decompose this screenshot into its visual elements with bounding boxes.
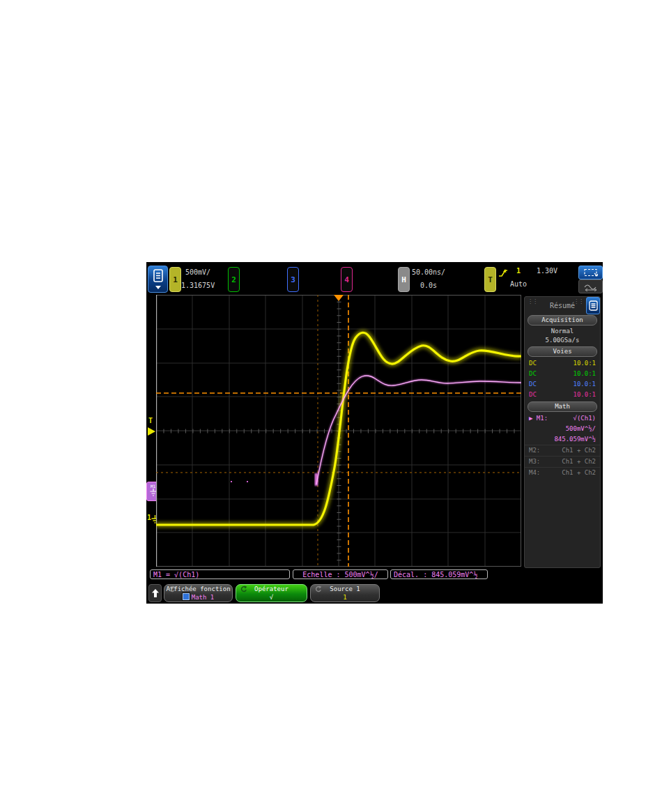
- summary-menu-button[interactable]: [586, 297, 600, 314]
- math4-row[interactable]: M4: Ch1 + Ch2: [525, 467, 600, 478]
- softkey-source[interactable]: Source 1 1: [310, 584, 380, 602]
- back-up-button[interactable]: [148, 584, 162, 602]
- softkey-operateur[interactable]: Opérateur √: [236, 584, 307, 602]
- channel-1-scale: 500mV/: [181, 267, 215, 277]
- softkey-source-title: Source 1: [330, 585, 360, 592]
- math-scale-box[interactable]: Echelle : 500mV^½/: [293, 569, 388, 579]
- acquisition-section-button[interactable]: Acquisition: [528, 315, 597, 325]
- math3-row[interactable]: M3: Ch1 + Ch2: [525, 456, 600, 467]
- acquisition-mode: Normal: [525, 327, 600, 336]
- horizontal-readout[interactable]: 50.00ns/ 0.0s: [411, 267, 446, 291]
- waveform-display[interactable]: [156, 295, 521, 567]
- math4-label: M4:: [529, 468, 540, 478]
- ch1-probe-ratio: 10.0:1: [573, 358, 596, 369]
- softkey-operateur-value: √: [236, 593, 307, 602]
- menu-icon: [589, 300, 598, 311]
- softkey-source-value: 1: [311, 593, 379, 602]
- math-section-button[interactable]: Math: [528, 401, 597, 412]
- channel-2-button[interactable]: 2: [228, 267, 240, 292]
- math3-function: Ch1 + Ch2: [562, 457, 596, 467]
- zoom-region-button[interactable]: [578, 266, 603, 279]
- page: 1 500mV/ 1.31675V 2 3 4 H 50.00ns/ 0.0s …: [0, 0, 662, 812]
- trigger-level-marker[interactable]: [148, 427, 155, 436]
- trigger-level-label: T: [148, 417, 153, 424]
- cycle-arrow-icon: [169, 585, 176, 592]
- summary-header: ⋮⋮ Résumé ⋮⋮: [525, 297, 600, 314]
- ch3-coupling: DC: [529, 379, 537, 390]
- ground-icon: [150, 489, 157, 496]
- channel-1-offset: 1.31675V: [181, 280, 215, 291]
- channel-1-readout[interactable]: 500mV/ 1.31675V: [181, 267, 215, 291]
- sample-rate: 5.00GSa/s: [525, 336, 600, 345]
- trigger-source: 1: [514, 267, 523, 275]
- channel-4-button[interactable]: 4: [341, 267, 353, 292]
- ch2-probe-ratio: 10.0:1: [573, 369, 596, 379]
- cycle-arrow-icon: [240, 585, 247, 592]
- up-arrow-icon: [151, 589, 160, 598]
- summary-panel: ⋮⋮ Résumé ⋮⋮ Acquisition Normal 5.00GSa/…: [524, 296, 601, 568]
- math4-function: Ch1 + Ch2: [562, 468, 596, 478]
- math1-label: ▶ M1:: [529, 413, 548, 424]
- softkey-fonction-title: Affichée fonction: [166, 585, 230, 592]
- cycle-arrow-icon: [315, 585, 322, 592]
- ch3-probe-ratio: 10.0:1: [573, 379, 596, 390]
- main-menu-button[interactable]: [148, 266, 168, 293]
- softkey-fonction[interactable]: Affichée fonction Math 1: [164, 584, 233, 602]
- math1-function: √(Ch1): [573, 413, 596, 424]
- grip-icon: ⋮⋮: [574, 300, 583, 303]
- waveform-arrows-icon: [583, 282, 599, 291]
- trigger-level: 1.30V: [537, 267, 570, 275]
- trigger-time-marker[interactable]: [334, 295, 344, 301]
- softkey-operateur-title: Opérateur: [254, 585, 288, 592]
- trigger-mode: Auto: [505, 280, 532, 288]
- softkey-fonction-value: Math 1: [192, 594, 215, 601]
- channel-2-summary-row[interactable]: DC 10.0:1: [525, 369, 600, 379]
- math1-row[interactable]: ▶ M1: √(Ch1): [525, 413, 600, 424]
- math1-offset: 845.059mV^½: [525, 434, 600, 445]
- channel-3-summary-row[interactable]: DC 10.0:1: [525, 379, 600, 390]
- grip-icon: ⋮⋮: [528, 300, 537, 303]
- channel-3-button[interactable]: 3: [287, 267, 299, 292]
- waveform-pan-button[interactable]: [578, 279, 603, 293]
- ch1-coupling: DC: [529, 358, 537, 369]
- math3-label: M3:: [529, 457, 540, 467]
- math-offset-box[interactable]: Décal. : 845.059mV^½: [390, 569, 488, 579]
- checkbox-icon: [183, 593, 190, 600]
- channel-4-summary-row[interactable]: DC 10.0:1: [525, 390, 600, 400]
- horizontal-button[interactable]: H: [398, 267, 410, 292]
- ch4-probe-ratio: 10.0:1: [573, 390, 596, 400]
- math2-function: Ch1 + Ch2: [562, 445, 596, 456]
- menu-icon: [152, 269, 164, 290]
- ch4-coupling: DC: [529, 390, 537, 400]
- math1-scale: 500mV^½/: [525, 424, 600, 434]
- timebase-scale: 50.00ns/: [411, 267, 446, 277]
- math2-label: M2:: [529, 445, 540, 456]
- ch2-coupling: DC: [529, 369, 537, 379]
- math-definition-box: M1 = √(Ch1): [150, 569, 290, 579]
- channel-1-button[interactable]: 1: [169, 267, 181, 292]
- timebase-delay: 0.0s: [411, 280, 446, 291]
- trigger-button[interactable]: T: [484, 267, 496, 292]
- dashed-rect-icon: [583, 268, 599, 277]
- math2-row[interactable]: M2: Ch1 + Ch2: [525, 445, 600, 456]
- channels-section-button[interactable]: Voies: [528, 346, 597, 357]
- oscilloscope-screen: 1 500mV/ 1.31675V 2 3 4 H 50.00ns/ 0.0s …: [146, 262, 603, 604]
- channel-1-summary-row[interactable]: DC 10.0:1: [525, 358, 600, 369]
- trigger-rising-edge-icon: [498, 268, 508, 277]
- summary-title: Résumé: [550, 302, 575, 309]
